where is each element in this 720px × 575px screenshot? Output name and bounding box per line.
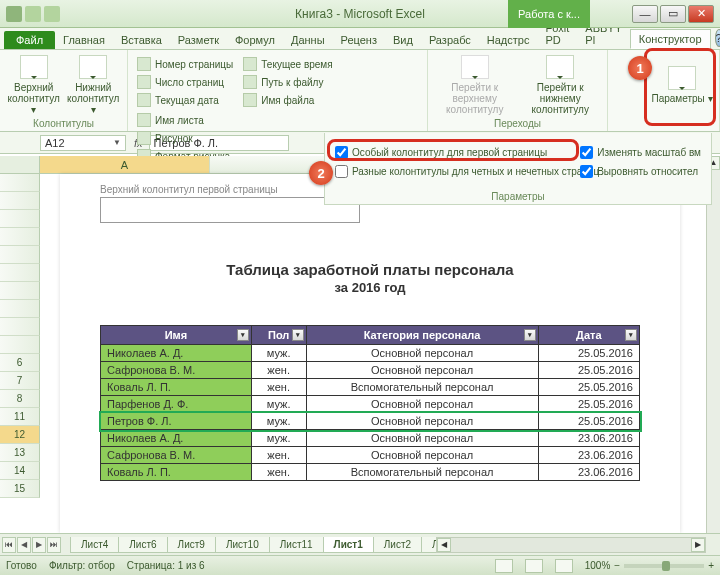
filter-icon[interactable]: ▾: [237, 329, 249, 341]
row-header[interactable]: 14: [0, 462, 40, 480]
column-header[interactable]: Дата▾: [538, 326, 639, 345]
table-row[interactable]: Николаев А. Д. муж. Основной персонал 23…: [101, 430, 640, 447]
undo-icon[interactable]: [44, 6, 60, 22]
table-row[interactable]: Петров Ф. Л. муж. Основной персонал 25.0…: [101, 413, 640, 430]
tab-data[interactable]: Данны: [283, 31, 333, 49]
scroll-right-icon[interactable]: ▶: [691, 538, 705, 552]
tab-view[interactable]: Вид: [385, 31, 421, 49]
cell-name[interactable]: Парфенов Д. Ф.: [101, 396, 252, 413]
row-header[interactable]: [0, 246, 40, 264]
zoom-in-icon[interactable]: +: [708, 560, 714, 571]
prev-sheet-icon[interactable]: ◀: [17, 537, 31, 553]
checkbox-align[interactable]: Выровнять относител: [574, 162, 707, 181]
table-row[interactable]: Коваль Л. П. жен. Вспомогательный персон…: [101, 379, 640, 396]
row-header[interactable]: [0, 228, 40, 246]
row-header[interactable]: [0, 300, 40, 318]
cell-category[interactable]: Основной персонал: [306, 345, 538, 362]
checkbox-scale[interactable]: Изменять масштаб вм: [574, 143, 707, 162]
header-button[interactable]: Верхний колонтитул ▾: [6, 54, 62, 116]
save-icon[interactable]: [25, 6, 41, 22]
sheet-tab[interactable]: Лист6: [118, 537, 167, 553]
view-layout-button[interactable]: [525, 559, 543, 573]
column-header[interactable]: Имя▾: [101, 326, 252, 345]
cell-sex[interactable]: муж.: [251, 396, 306, 413]
sheet-tab[interactable]: Лист1: [323, 537, 374, 553]
cell-category[interactable]: Основной персонал: [306, 396, 538, 413]
table-row[interactable]: Сафронова В. М. жен. Основной персонал 2…: [101, 362, 640, 379]
row-header[interactable]: [0, 210, 40, 228]
checkbox-odd-even-headers[interactable]: Разные колонтитулы для четных и нечетных…: [329, 162, 605, 181]
worksheet-area[interactable]: A 6781112131415 Верхний колонтитул перво…: [0, 156, 720, 533]
zoom-control[interactable]: 100% − +: [585, 560, 714, 571]
column-header[interactable]: Пол▾: [251, 326, 306, 345]
close-button[interactable]: ✕: [688, 5, 714, 23]
cell-category[interactable]: Вспомогательный персонал: [306, 464, 538, 481]
select-all-corner[interactable]: [0, 156, 40, 174]
filter-icon[interactable]: ▾: [524, 329, 536, 341]
cell-sex[interactable]: жен.: [251, 379, 306, 396]
cell-category[interactable]: Основной персонал: [306, 413, 538, 430]
tab-home[interactable]: Главная: [55, 31, 113, 49]
tab-file[interactable]: Файл: [4, 31, 55, 49]
data-table[interactable]: Имя▾Пол▾Категория персонала▾Дата▾ Никола…: [100, 325, 640, 481]
cell-category[interactable]: Основной персонал: [306, 447, 538, 464]
cell-category[interactable]: Основной персонал: [306, 430, 538, 447]
row-header[interactable]: 11: [0, 408, 40, 426]
tab-addins[interactable]: Надстрс: [479, 31, 538, 49]
cell-sex[interactable]: муж.: [251, 430, 306, 447]
cell-date[interactable]: 25.05.2016: [538, 379, 639, 396]
cell-date[interactable]: 23.06.2016: [538, 464, 639, 481]
header-input[interactable]: [100, 197, 360, 223]
view-break-button[interactable]: [555, 559, 573, 573]
picture-button[interactable]: Рисунок: [134, 130, 233, 146]
current-date-button[interactable]: Текущая дата: [134, 92, 236, 108]
name-box[interactable]: A12▼: [40, 135, 126, 151]
row-header[interactable]: [0, 336, 40, 354]
cell-sex[interactable]: муж.: [251, 345, 306, 362]
row-header[interactable]: 7: [0, 372, 40, 390]
cell-sex[interactable]: жен.: [251, 447, 306, 464]
horizontal-scrollbar[interactable]: ◀ ▶: [436, 537, 706, 553]
row-header[interactable]: 12: [0, 426, 40, 444]
sheet-tab[interactable]: Лист4: [70, 537, 119, 553]
sheet-tab[interactable]: Лист10: [215, 537, 270, 553]
column-header[interactable]: Категория персонала▾: [306, 326, 538, 345]
options-button[interactable]: Параметры ▾: [651, 54, 713, 116]
cell-name[interactable]: Петров Ф. Л.: [101, 413, 252, 430]
help-button[interactable]: ?: [715, 29, 720, 47]
sheet-name-button[interactable]: Имя листа: [134, 112, 233, 128]
view-normal-button[interactable]: [495, 559, 513, 573]
file-name-button[interactable]: Имя файла: [240, 92, 335, 108]
row-header[interactable]: 13: [0, 444, 40, 462]
cell-name[interactable]: Николаев А. Д.: [101, 345, 252, 362]
col-header-a[interactable]: A: [40, 156, 210, 173]
cell-name[interactable]: Коваль Л. П.: [101, 379, 252, 396]
tab-insert[interactable]: Вставка: [113, 31, 170, 49]
row-header[interactable]: 8: [0, 390, 40, 408]
cell-category[interactable]: Основной персонал: [306, 362, 538, 379]
cell-name[interactable]: Коваль Л. П.: [101, 464, 252, 481]
tab-review[interactable]: Реценз: [333, 31, 385, 49]
sheet-tab[interactable]: Лист11: [269, 537, 324, 553]
cell-sex[interactable]: жен.: [251, 464, 306, 481]
cell-name[interactable]: Сафронова В. М.: [101, 447, 252, 464]
cell-category[interactable]: Вспомогательный персонал: [306, 379, 538, 396]
cell-name[interactable]: Николаев А. Д.: [101, 430, 252, 447]
row-header[interactable]: 15: [0, 480, 40, 498]
cell-date[interactable]: 23.06.2016: [538, 447, 639, 464]
cell-date[interactable]: 25.05.2016: [538, 345, 639, 362]
row-header[interactable]: [0, 174, 40, 192]
first-sheet-icon[interactable]: ⏮: [2, 537, 16, 553]
table-row[interactable]: Николаев А. Д. муж. Основной персонал 25…: [101, 345, 640, 362]
row-header[interactable]: [0, 264, 40, 282]
vertical-scrollbar[interactable]: ▲: [706, 156, 720, 533]
tab-dev[interactable]: Разрабс: [421, 31, 479, 49]
minimize-button[interactable]: —: [632, 5, 658, 23]
footer-button[interactable]: Нижний колонтитул ▾: [66, 54, 122, 116]
cell-sex[interactable]: муж.: [251, 413, 306, 430]
tab-formulas[interactable]: Формул: [227, 31, 283, 49]
cell-date[interactable]: 25.05.2016: [538, 396, 639, 413]
row-headers[interactable]: 6781112131415: [0, 174, 40, 533]
cell-date[interactable]: 25.05.2016: [538, 413, 639, 430]
row-header[interactable]: [0, 282, 40, 300]
